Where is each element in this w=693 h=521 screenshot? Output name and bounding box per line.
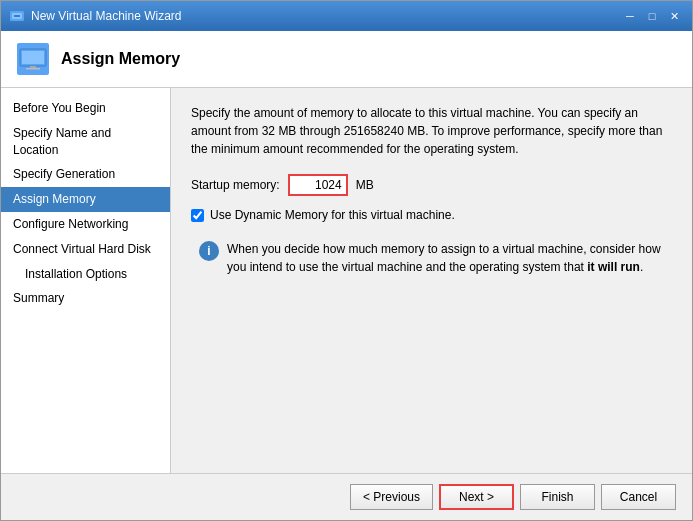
info-icon: i — [199, 241, 219, 261]
sidebar-item-specify-name[interactable]: Specify Name and Location — [1, 121, 170, 163]
window-icon — [9, 8, 25, 24]
sidebar-item-assign-memory[interactable]: Assign Memory — [1, 187, 170, 212]
maximize-button[interactable]: □ — [642, 6, 662, 26]
close-button[interactable]: ✕ — [664, 6, 684, 26]
startup-memory-input[interactable] — [288, 174, 348, 196]
startup-memory-label: Startup memory: — [191, 178, 280, 192]
title-bar-controls: ─ □ ✕ — [620, 6, 684, 26]
startup-memory-row: Startup memory: MB — [191, 174, 672, 196]
description-text: Specify the amount of memory to allocate… — [191, 104, 672, 158]
sidebar-item-connect-vhd[interactable]: Connect Virtual Hard Disk — [1, 237, 170, 262]
wizard-step-title: Assign Memory — [61, 50, 180, 68]
cancel-button[interactable]: Cancel — [601, 484, 676, 510]
svg-rect-5 — [30, 66, 36, 68]
header-vm-icon — [17, 43, 49, 75]
svg-rect-4 — [22, 51, 44, 64]
sidebar-item-summary[interactable]: Summary — [1, 286, 170, 311]
main-content: Specify the amount of memory to allocate… — [171, 88, 692, 473]
sidebar-item-configure-networking[interactable]: Configure Networking — [1, 212, 170, 237]
info-text-bold: it will run — [587, 260, 640, 274]
title-bar: New Virtual Machine Wizard ─ □ ✕ — [1, 1, 692, 31]
sidebar-item-before-you-begin[interactable]: Before You Begin — [1, 96, 170, 121]
title-bar-left: New Virtual Machine Wizard — [9, 8, 182, 24]
sidebar: Before You BeginSpecify Name and Locatio… — [1, 88, 171, 473]
svg-rect-2 — [14, 15, 20, 17]
previous-button[interactable]: < Previous — [350, 484, 433, 510]
wizard-footer: < Previous Next > Finish Cancel — [1, 473, 692, 520]
content-area: Before You BeginSpecify Name and Locatio… — [1, 88, 692, 473]
window-title: New Virtual Machine Wizard — [31, 9, 182, 23]
wizard-header: Assign Memory — [1, 31, 692, 88]
dynamic-memory-checkbox[interactable] — [191, 209, 204, 222]
memory-unit-label: MB — [356, 178, 374, 192]
next-button[interactable]: Next > — [439, 484, 514, 510]
info-text: When you decide how much memory to assig… — [227, 240, 664, 276]
info-box: i When you decide how much memory to ass… — [191, 234, 672, 282]
dynamic-memory-row: Use Dynamic Memory for this virtual mach… — [191, 208, 672, 222]
sidebar-item-installation-options[interactable]: Installation Options — [1, 262, 170, 287]
wizard-window: New Virtual Machine Wizard ─ □ ✕ Assign … — [0, 0, 693, 521]
dynamic-memory-label[interactable]: Use Dynamic Memory for this virtual mach… — [210, 208, 455, 222]
minimize-button[interactable]: ─ — [620, 6, 640, 26]
sidebar-item-specify-generation[interactable]: Specify Generation — [1, 162, 170, 187]
info-text-part2: . — [640, 260, 643, 274]
svg-rect-6 — [26, 68, 40, 70]
finish-button[interactable]: Finish — [520, 484, 595, 510]
